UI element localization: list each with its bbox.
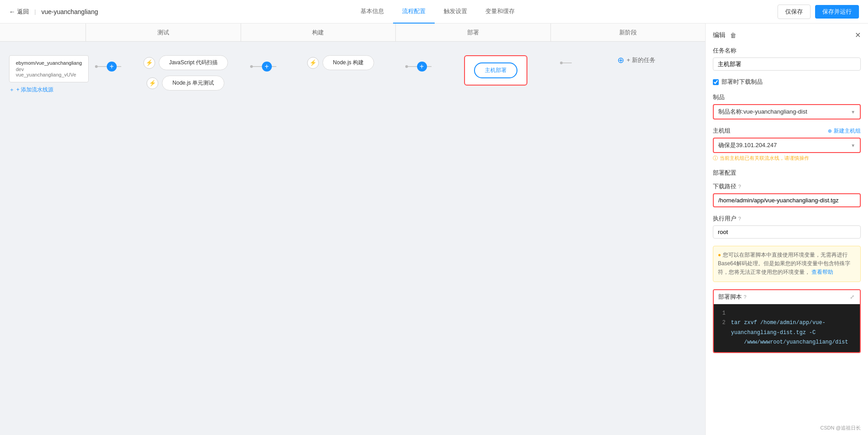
nav-right-actions: 仅保存 保存并运行: [778, 5, 859, 19]
deploy-stage-highlight: 主机部署: [464, 55, 527, 86]
host-group-header: 主机组 ⊕ 新建主机组: [713, 127, 861, 135]
add-between-source-test[interactable]: +: [107, 62, 117, 72]
code-editor-body[interactable]: 1 2 tar zxvf /home/admin/app/vue-yuancha…: [714, 304, 860, 352]
close-icon[interactable]: ✕: [855, 31, 861, 39]
connector-test-build: +: [250, 55, 276, 72]
new-task-label: + 新的任务: [627, 56, 655, 64]
deploy-script-label: 部署脚本 ?: [718, 293, 746, 301]
save-run-button[interactable]: 保存并运行: [815, 5, 859, 19]
exec-user-label-text: 执行用户: [713, 215, 736, 223]
exec-user-field: 执行用户 ?: [713, 215, 861, 239]
test-lane: ⚡ JavaScript 代码扫描 ⚡ Node.js 单元测试: [121, 55, 250, 91]
info-box: ● 您可以在部署脚本中直接使用环境变量，无需再进行Base64解码处理。但是如果…: [713, 246, 861, 282]
host-group-warning: ⓘ 当前主机组已有关联流水线，请谨慎操作: [713, 155, 861, 162]
connector-line5: [408, 66, 417, 67]
download-path-label: 下载路径 ?: [713, 182, 861, 191]
back-arrow-icon: ←: [9, 8, 15, 15]
project-name: vue-yuanchangliang: [41, 8, 98, 15]
right-panel: 编辑 🗑 ✕ 任务名称 部署时下载制品 制品 制品名称:vue-yuanchan…: [705, 24, 868, 435]
tab-flow[interactable]: 流程配置: [393, 0, 435, 24]
source-repo: ebymom/vue_yuanchangliang: [16, 60, 82, 66]
host-group-select[interactable]: 确保是39.101.204.247 ▼: [714, 139, 860, 152]
exec-user-input[interactable]: [713, 225, 861, 239]
info-box-icon: ●: [718, 252, 721, 258]
new-task-button[interactable]: ⊕ + 新的任务: [617, 55, 655, 65]
tab-variable[interactable]: 变量和缓存: [476, 0, 524, 24]
code-content-2: tar zxvf /home/admin/app/vue-yuanchangli…: [731, 318, 855, 348]
source-lane: ebymom/vue_yuanchangliang dev vue_yuanch…: [5, 55, 95, 94]
line-num-1: 1: [718, 309, 726, 319]
source-branch: dev: [16, 67, 82, 72]
expand-editor-button[interactable]: ⤢: [849, 293, 855, 301]
connector-line3: [253, 66, 262, 67]
task-nodejs-test[interactable]: Node.js 单元测试: [162, 76, 224, 91]
host-group-label: 主机组: [713, 127, 730, 135]
task-nodejs-build[interactable]: Node.js 构建: [323, 55, 374, 70]
connector-line: [98, 66, 107, 67]
source-trigger: vue_yuanchangliang_vUVe: [16, 72, 82, 77]
task-name-label: 任务名称: [713, 47, 861, 55]
product-section: 制品 制品名称:vue-yuanchangliang-dist ▼: [713, 93, 861, 120]
stage-headers: 测试 构建 部署 新阶段: [0, 24, 705, 42]
add-between-build-deploy[interactable]: +: [417, 62, 427, 72]
host-group-section: 主机组 ⊕ 新建主机组 确保是39.101.204.247 ▼ ⓘ 当前主机组已…: [713, 127, 861, 162]
task-name-field: 任务名称: [713, 47, 861, 71]
product-select[interactable]: 制品名称:vue-yuanchangliang-dist ▼: [713, 104, 861, 120]
connector-build-deploy: +: [405, 55, 432, 72]
add-source-button[interactable]: ＋ + 添加流水线源: [9, 86, 53, 94]
back-button[interactable]: ← 返回: [9, 8, 29, 16]
deploy-lane: 主机部署: [432, 55, 560, 86]
new-task-plus-icon: ⊕: [617, 55, 624, 65]
exec-user-label: 执行用户 ?: [713, 215, 861, 223]
exec-user-help-icon[interactable]: ?: [738, 216, 741, 221]
warning-icon: ⓘ: [713, 155, 718, 162]
back-label: 返回: [17, 8, 29, 16]
download-artifact-checkbox-row: 部署时下载制品: [713, 78, 861, 86]
watermark: CSDN @追祖日长: [821, 425, 861, 431]
bolt-icon-build[interactable]: ⚡: [307, 57, 319, 69]
host-group-select-wrapper: 确保是39.101.204.247 ▼: [713, 138, 861, 153]
download-path-input[interactable]: [714, 194, 860, 206]
nav-divider: |: [34, 8, 36, 15]
download-path-field: 下载路径 ?: [713, 182, 861, 207]
download-artifact-checkbox[interactable]: [713, 79, 719, 85]
stage-header-new: 新阶段: [551, 24, 706, 41]
download-path-help-icon[interactable]: ?: [738, 184, 741, 189]
pipeline-flow: ebymom/vue_yuanchangliang dev vue_yuanch…: [0, 42, 705, 177]
deploy-script-wrapper: 部署脚本 ? ⤢ 1 2 tar zxvf /home/admin/app/vu…: [713, 289, 861, 353]
pipeline-area: 测试 构建 部署 新阶段 ebymom/vue_yuanchangliang d…: [0, 24, 705, 435]
tab-basic[interactable]: 基本信息: [351, 0, 393, 24]
task-name-input[interactable]: [713, 57, 861, 71]
new-hostgroup-link[interactable]: ⊕ 新建主机组: [828, 127, 861, 135]
line-num-2: 2: [718, 318, 726, 348]
info-link[interactable]: 查看帮助: [811, 269, 833, 275]
task-js-scan[interactable]: JavaScript 代码扫描: [159, 55, 228, 70]
connector-line2: [117, 66, 121, 67]
new-hostgroup-icon: ⊕: [828, 128, 832, 134]
deploy-config-title: 部署配置: [713, 169, 861, 177]
build-lane: ⚡ Node.js 构建: [276, 55, 405, 70]
download-artifact-label: 部署时下载制品: [721, 78, 763, 86]
main-layout: 测试 构建 部署 新阶段 ebymom/vue_yuanchangliang d…: [0, 24, 868, 435]
nav-tabs: 基本信息 流程配置 触发设置 变量和缓存: [351, 0, 524, 24]
save-only-button[interactable]: 仅保存: [778, 5, 811, 19]
panel-header-left: 编辑 🗑: [713, 31, 736, 39]
deploy-script-help-icon[interactable]: ?: [744, 294, 746, 300]
tab-trigger[interactable]: 触发设置: [435, 0, 476, 24]
delete-icon[interactable]: 🗑: [730, 32, 736, 39]
source-node: ebymom/vue_yuanchangliang dev vue_yuanch…: [9, 55, 89, 82]
panel-title: 编辑: [713, 31, 726, 39]
deploy-script-label-text: 部署脚本: [718, 293, 742, 301]
plus-icon: ＋: [9, 86, 14, 94]
test-task-row2: ⚡ Node.js 单元测试: [147, 76, 224, 91]
connector-source-test: +: [95, 55, 121, 72]
add-between-test-build[interactable]: +: [262, 62, 272, 72]
code-line-2: 2 tar zxvf /home/admin/app/vue-yuanchang…: [718, 318, 855, 348]
stage-header-test: 测试: [86, 24, 241, 41]
connector-line6: [427, 66, 432, 67]
download-path-input-wrapper: [713, 193, 861, 207]
bolt-icon-test2[interactable]: ⚡: [147, 77, 158, 89]
bolt-icon-test1[interactable]: ⚡: [143, 57, 155, 69]
task-deploy[interactable]: 主机部署: [474, 62, 517, 78]
product-chevron-icon: ▼: [851, 110, 855, 115]
